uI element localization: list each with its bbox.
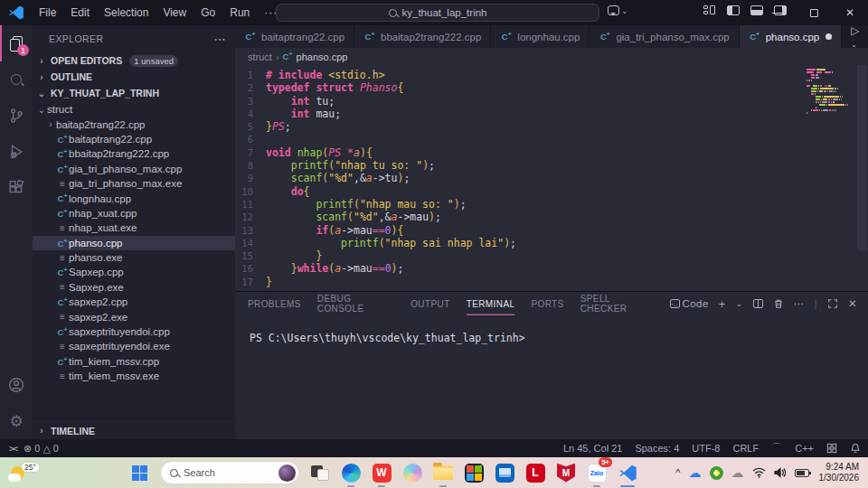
- restore-button[interactable]: [796, 0, 832, 25]
- panel-tab-problems[interactable]: PROBLEMS: [248, 292, 301, 315]
- language-mode[interactable]: C++: [795, 443, 814, 454]
- panel-more-icon[interactable]: ⋯: [794, 297, 805, 310]
- encoding-setting[interactable]: UTF-8: [692, 443, 720, 454]
- outline-section[interactable]: › OUTLINE: [33, 69, 235, 85]
- source-control-icon[interactable]: [0, 98, 33, 134]
- menu-edit[interactable]: Edit: [63, 6, 97, 19]
- tree-item-tim_kiem_mssv.cpp[interactable]: C+tim_kiem_mssv.cpp: [33, 354, 235, 369]
- problems-status[interactable]: ⊗0 △0: [24, 443, 59, 455]
- tree-item-Sapxep.exe[interactable]: ≡Sapxep.exe: [33, 280, 235, 295]
- code-line[interactable]: 12 scanf("%d",&a->mau);: [235, 211, 805, 223]
- code-line[interactable]: 16 }while(a->mau==0);: [235, 262, 805, 275]
- panel-tab-output[interactable]: OUTPUT: [410, 292, 450, 315]
- maximize-panel-icon[interactable]: [827, 298, 838, 309]
- tab-phanso.cpp[interactable]: C+phanso.cpp: [740, 25, 842, 48]
- tree-item-gia_tri_phanso_max.exe[interactable]: ≡gia_tri_phanso_max.exe: [33, 176, 235, 191]
- code-line[interactable]: 5}PS;: [235, 120, 805, 133]
- tab-gia_tri_phanso_max.cpp[interactable]: C+gia_tri_phanso_max.cpp: [590, 25, 739, 48]
- terminal-dropdown-icon[interactable]: ⌄: [736, 299, 743, 308]
- explorer-icon[interactable]: 1: [0, 25, 33, 61]
- code-line[interactable]: 4 int mau;: [235, 108, 805, 120]
- wifi-icon[interactable]: [752, 467, 766, 478]
- cursor-position[interactable]: Ln 45, Col 21: [563, 443, 622, 454]
- breadcrumb-file[interactable]: phanso.cpp: [297, 52, 348, 62]
- explorer-more-icon[interactable]: ⋯: [214, 33, 226, 46]
- code-line[interactable]: 2typedef struct Phanso{: [235, 81, 805, 94]
- account-icon[interactable]: [0, 367, 33, 403]
- code-line[interactable]: 15 }: [235, 249, 805, 262]
- menu-file[interactable]: File: [32, 6, 63, 19]
- editor-scrollbar[interactable]: [857, 65, 867, 250]
- tree-item-nhap_xuat.exe[interactable]: ≡nhap_xuat.exe: [33, 221, 235, 235]
- code-line[interactable]: 9 scanf("%d",&a->tu);: [235, 172, 805, 184]
- copilot-button[interactable]: ⌄: [608, 5, 628, 15]
- code-line[interactable]: 10 do{: [235, 185, 805, 198]
- onedrive-icon[interactable]: ☁: [689, 466, 702, 479]
- menu-selection[interactable]: Selection: [97, 6, 156, 19]
- menu-go[interactable]: Go: [193, 6, 222, 19]
- tree-item-Sapxep.cpp[interactable]: C+Sapxep.cpp: [33, 265, 235, 279]
- tree-item-gia_tri_phanso_max.cpp[interactable]: C+gia_tri_phanso_max.cpp: [33, 162, 235, 176]
- lazada-button[interactable]: L: [524, 462, 546, 483]
- split-terminal-icon[interactable]: [753, 299, 763, 308]
- tree-item-bbaitap2trang222.cpp[interactable]: C+bbaitap2trang222.cpp: [33, 146, 235, 161]
- kill-terminal-icon[interactable]: [773, 298, 784, 309]
- open-editors-section[interactable]: › OPEN EDITORS 1 unsaved: [33, 52, 235, 69]
- tree-item-phanso.exe[interactable]: ≡phanso.exe: [33, 250, 235, 265]
- cloud-tray-icon[interactable]: ☁: [731, 466, 744, 479]
- tab-baitaptrang22.cpp[interactable]: C+baitaptrang22.cpp: [235, 25, 354, 48]
- vscode-taskbar-button[interactable]: [617, 462, 638, 483]
- close-button[interactable]: ✕: [832, 0, 868, 25]
- workspace-section[interactable]: ⌄ KY_THUAT_LAP_TRINH: [33, 85, 235, 101]
- outlook-button[interactable]: [494, 462, 515, 483]
- code-line[interactable]: 13 if(a->mau==0){: [235, 224, 805, 237]
- volume-icon[interactable]: [774, 467, 787, 478]
- timeline-section[interactable]: › TIMELINE: [33, 421, 235, 439]
- code-line[interactable]: 1# include <stdio.h>: [235, 69, 805, 81]
- run-debug-icon[interactable]: [0, 134, 33, 170]
- tree-item-baitaptrang22.cpp[interactable]: C+baitaptrang22.cpp: [33, 132, 235, 146]
- panel-tab-debug-console[interactable]: DEBUG CONSOLE: [317, 292, 394, 315]
- new-terminal-icon[interactable]: +: [719, 297, 726, 311]
- code-line[interactable]: 14 printf("nhap sai nhap lai");: [235, 237, 805, 249]
- panel-tab-ports[interactable]: PORTS: [531, 292, 563, 315]
- copilot-app-button[interactable]: [401, 462, 423, 483]
- menu-view[interactable]: View: [156, 6, 193, 19]
- tray-expand-icon[interactable]: ^: [675, 467, 680, 478]
- menu-run[interactable]: Run: [222, 6, 257, 19]
- code-line[interactable]: 11 printf("nhap mau so: ");: [235, 198, 805, 211]
- remote-indicator-icon[interactable]: ><: [7, 444, 24, 454]
- terminal-output[interactable]: PS C:\Users\thuyh\vscode\ky_thuat_lap_tr…: [235, 315, 868, 439]
- tree-item-tim_kiem_mssv.exe[interactable]: ≡tim_kiem_mssv.exe: [33, 369, 235, 383]
- code-line[interactable]: 6: [235, 133, 805, 145]
- panel-tab-spell-checker[interactable]: SPELL CHECKER: [580, 292, 654, 315]
- notifications-bell-icon[interactable]: [850, 443, 861, 454]
- antivirus-tray-icon[interactable]: +: [710, 466, 723, 480]
- code-line[interactable]: 3 int tu;: [235, 95, 805, 108]
- tree-item-sapxep2.exe[interactable]: ≡sapxep2.exe: [33, 309, 235, 324]
- code-line[interactable]: 18: [235, 288, 805, 291]
- panel-tab-terminal[interactable]: TERMINAL: [467, 292, 515, 315]
- code-editor[interactable]: 1# include <stdio.h>2typedef struct Phan…: [235, 65, 868, 291]
- eol-setting[interactable]: CRLF: [732, 443, 759, 454]
- tree-item-phanso.cpp[interactable]: C+phanso.cpp: [33, 236, 235, 250]
- clock[interactable]: 9:24 AM 1/30/2026: [819, 462, 860, 484]
- tree-item-baitap2trang22.cpp[interactable]: ›baitap2trang22.cpp: [33, 117, 235, 131]
- tree-item-nhap_xuat.cpp[interactable]: C+nhap_xuat.cpp: [33, 206, 235, 221]
- terminal-profile[interactable]: ›_ Code: [670, 298, 709, 309]
- extensions-icon[interactable]: [0, 170, 33, 206]
- battery-icon[interactable]: [795, 469, 809, 477]
- run-code-button[interactable]: ▷ ⌄: [851, 24, 863, 50]
- zalo-button[interactable]: Zalo 5+: [586, 462, 608, 483]
- code-line[interactable]: 7void nhap(PS *a){: [235, 146, 805, 159]
- taskbar-search[interactable]: Search: [161, 462, 298, 483]
- indent-setting[interactable]: Spaces: 4: [635, 443, 679, 454]
- settings-gear-icon[interactable]: ⚙: [0, 403, 33, 439]
- extension-status-icon[interactable]: [826, 443, 837, 454]
- breadcrumb[interactable]: struct › C+ phanso.cpp: [235, 48, 868, 65]
- close-panel-icon[interactable]: ✕: [848, 297, 857, 310]
- tree-item-sapxeptrituyendoi.cpp[interactable]: C+sapxeptrituyendoi.cpp: [33, 324, 235, 339]
- breadcrumb-folder[interactable]: struct: [248, 52, 272, 62]
- code-line[interactable]: 17}: [235, 276, 805, 288]
- customize-layout-icon[interactable]: [703, 5, 716, 15]
